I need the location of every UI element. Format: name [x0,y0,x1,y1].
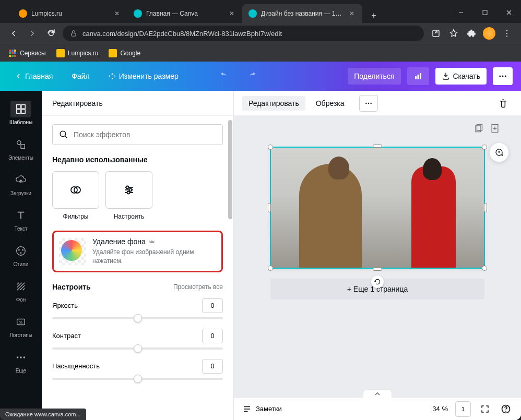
lock-icon [70,30,77,37]
notes-button[interactable]: Заметки [242,404,282,414]
extensions-icon[interactable] [464,26,479,41]
more-options-button[interactable] [493,67,513,85]
page-indicator[interactable]: 1 [455,401,471,417]
sidebar-item-text[interactable]: Текст [0,201,42,237]
bookmark-lumpics[interactable]: Lumpics.ru [56,49,99,57]
sidebar-item-uploads[interactable]: Загрузки [0,166,42,201]
file-menu[interactable]: Файл [65,68,96,85]
new-tab-button[interactable]: + [366,8,381,23]
sidebar-item-styles[interactable]: Стили [0,237,42,272]
browser-tab-2[interactable]: Дизайн без названия — 1200 ✕ [242,4,362,23]
help-button[interactable] [499,402,513,416]
svg-point-44 [60,131,66,137]
svg-point-55 [368,102,369,103]
resize-button[interactable]: Изменить размер [102,68,185,85]
background-remover-card[interactable]: Удаление фона Удаляйте фон изображений о… [52,231,223,272]
svg-rect-13 [11,52,14,54]
minimize-button[interactable] [449,2,473,23]
slider-value[interactable]: 0 [202,329,223,343]
sidebar-item-more[interactable]: Еще [0,343,42,379]
svg-rect-15 [9,55,11,57]
canvas-viewport[interactable]: + Еще 1 страница [234,116,521,420]
expand-pages-handle[interactable] [363,389,392,398]
share-page-icon[interactable] [428,26,444,41]
star-icon[interactable] [446,26,461,41]
folder-icon [56,49,65,57]
adjust-title: Настроить [52,283,91,291]
close-icon[interactable]: ✕ [228,9,236,18]
bookmark-label: Google [120,50,140,57]
home-button[interactable]: Главная [8,68,59,85]
svg-rect-10 [11,50,14,52]
canvas-page[interactable] [270,147,484,268]
recent-label: Настроить [114,213,145,220]
recent-filters[interactable]: Фильтры [52,171,99,220]
canvas-area: Редактировать Обрезка [234,91,521,420]
user-avatar[interactable] [481,26,497,41]
maximize-button[interactable] [473,2,497,23]
address-bar[interactable]: canva.com/design/DAE2pdcCbu8/8MZnRWci-83… [63,26,424,41]
slider-label-brightness: Яркость [52,302,78,309]
close-window-button[interactable] [497,2,521,23]
fullscreen-button[interactable] [478,402,492,416]
share-button[interactable]: Поделиться [348,68,400,85]
contrast-slider[interactable] [52,347,223,350]
add-page-icon[interactable] [490,123,500,134]
resize-handle[interactable] [268,266,273,271]
duplicate-page-icon[interactable] [473,123,483,134]
sidebar-item-logos[interactable]: co. Логотипы [0,308,42,343]
scrollbar[interactable] [228,120,232,219]
browser-tab-1[interactable]: Главная — Canva ✕ [127,4,242,23]
saturation-slider[interactable] [52,378,223,380]
chrome-menu-button[interactable] [499,26,515,41]
close-icon[interactable]: ✕ [113,9,121,18]
edit-tab[interactable]: Редактировать [242,96,305,111]
slider-label-saturation: Насыщенность [52,362,100,370]
forward-button[interactable] [25,26,40,41]
undo-button[interactable] [213,67,235,85]
sidebar-item-background[interactable]: Фон [0,272,42,308]
search-effects-input[interactable] [52,124,223,145]
reload-button[interactable] [44,26,58,41]
slider-thumb[interactable] [134,375,142,383]
zoom-level[interactable]: 34 % [432,405,448,413]
slider-thumb[interactable] [134,314,142,322]
sidebar-item-templates[interactable]: Шаблоны [0,95,42,130]
resize-handle[interactable] [482,145,487,150]
recent-adjust[interactable]: Настроить [105,171,152,220]
svg-point-23 [505,76,506,77]
close-icon[interactable]: ✕ [348,9,356,18]
slider-value[interactable]: 0 [202,359,223,374]
svg-rect-58 [477,125,482,131]
bg-remove-thumb [59,238,86,265]
bookmark-services[interactable]: Сервисы [8,49,46,57]
download-button[interactable]: Скачать [435,68,487,85]
redo-button[interactable] [241,67,263,85]
resize-handle[interactable] [373,145,382,148]
bookmark-google[interactable]: Google [109,49,140,57]
resize-handle[interactable] [373,268,382,271]
sidebar-label: Элементы [8,155,33,161]
browser-tab-0[interactable]: Lumpics.ru ✕ [13,4,127,23]
analytics-button[interactable] [407,67,429,85]
notes-icon [242,404,252,414]
svg-point-53 [127,191,130,194]
image-more-button[interactable] [359,95,378,112]
delete-button[interactable] [494,95,513,112]
slider-value[interactable]: 0 [202,298,223,313]
slider-thumb[interactable] [134,344,142,353]
favicon-icon [248,9,257,18]
rotate-handle[interactable] [371,275,384,288]
resize-handle[interactable] [268,203,271,212]
crop-tab[interactable]: Обрезка [310,96,351,111]
back-button[interactable] [6,26,21,41]
resize-handle[interactable] [482,266,487,271]
resize-handle[interactable] [268,145,273,150]
view-all-link[interactable]: Просмотреть все [173,283,223,291]
sidebar-item-elements[interactable]: Элементы [0,130,42,166]
search-field[interactable] [74,130,216,139]
brightness-slider[interactable] [52,317,223,319]
comment-button[interactable] [490,143,508,162]
browser-titlebar: Lumpics.ru ✕ Главная — Canva ✕ Дизайн бе… [0,0,521,23]
resize-handle[interactable] [484,203,487,212]
